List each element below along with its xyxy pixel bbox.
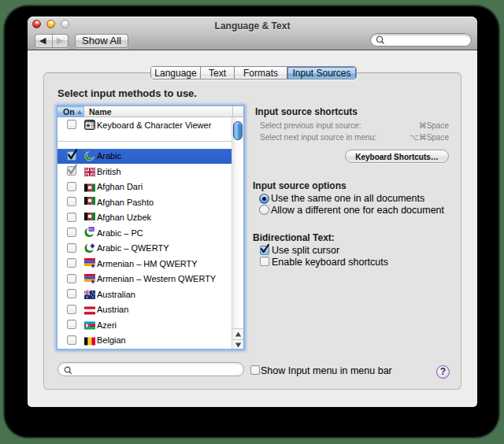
svg-text:PC: PC	[89, 228, 94, 231]
